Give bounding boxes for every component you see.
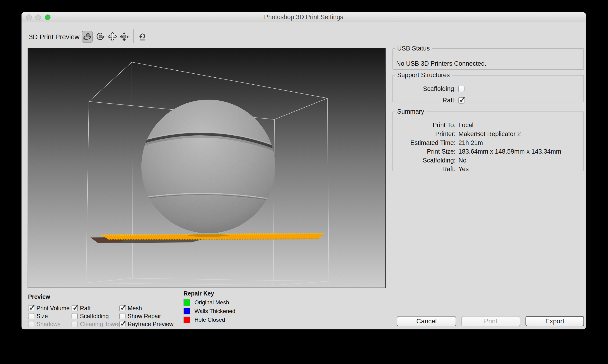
scaffolding-preview-checkbox[interactable] (72, 313, 78, 319)
reset-camera-view-button[interactable] (137, 31, 148, 42)
preview-option-size: Size (28, 313, 70, 319)
summary-row-raft: Raft: Yes (395, 166, 469, 173)
checkbox-label: Shadows (37, 321, 61, 327)
summary-value: 21h 21m (458, 139, 483, 147)
preview-options-column-1: Print Volume Size Shadows (28, 305, 70, 329)
pan-3d-camera-tool-button[interactable] (107, 31, 118, 42)
preview-option-raytrace-preview: Raytrace Preview (119, 321, 173, 327)
preview-option-print-volume: Print Volume (28, 305, 70, 312)
pan-3d-icon (107, 32, 117, 42)
summary-groupbox: Summary Print To: Local Printer: MakerBo… (392, 108, 584, 171)
preview-options-column-3: Mesh Show Repair Raytrace Preview (119, 305, 173, 329)
cleaning-tower-checkbox (72, 321, 78, 327)
repair-key-label: Walls Thickened (194, 308, 235, 314)
original-mesh-swatch (183, 299, 190, 306)
repair-key-label: Hole Closed (194, 317, 225, 323)
checkbox-label: Print Volume (37, 305, 70, 312)
support-structures-legend: Support Structures (395, 72, 452, 79)
slide-3d-camera-tool-button[interactable] (119, 31, 129, 42)
summary-label: Raft: (395, 166, 456, 173)
summary-value: Local (458, 122, 474, 129)
print-button[interactable]: Print (461, 316, 520, 326)
support-structures-groupbox: Support Structures Scaffolding: Raft: (392, 72, 584, 102)
summary-row-estimated-time: Estimated Time: 21h 21m (395, 139, 483, 147)
summary-value: Yes (458, 166, 469, 173)
raft-label: Raft: (442, 97, 456, 104)
scaffolding-field: Scaffolding: (394, 85, 465, 92)
export-button[interactable]: Export (526, 316, 584, 326)
checkbox-label: Show Repair (128, 313, 161, 320)
rotate-3d-icon (82, 32, 92, 41)
preview-option-raft: Raft (72, 305, 120, 312)
preview-options-column-2: Raft Scaffolding Cleaning Tower (72, 305, 120, 329)
checkbox-label: Scaffolding (80, 313, 109, 320)
raft-field: Raft: (394, 97, 465, 104)
print-preview-viewport[interactable] (27, 48, 386, 288)
cancel-button[interactable]: Cancel (397, 316, 456, 326)
toolbar-separator (133, 29, 134, 43)
summary-row-scaffolding: Scaffolding: No (395, 157, 466, 164)
raytrace-preview-checkbox[interactable] (119, 321, 126, 327)
summary-value: No (458, 157, 466, 164)
checkbox-label: Size (37, 313, 48, 320)
roll-3d-icon (96, 32, 105, 41)
preview-options-title: Preview (28, 293, 50, 300)
summary-label: Scaffolding: (395, 157, 456, 164)
summary-value: 183.64mm x 148.59mm x 143.34mm (458, 148, 561, 155)
rotate-3d-camera-tool-button[interactable] (82, 31, 92, 42)
summary-label: Estimated Time: (395, 139, 456, 147)
usb-status-message: No USB 3D Printers Connected. (396, 60, 486, 67)
summary-row-print-size: Print Size: 183.64mm x 148.59mm x 143.34… (395, 148, 561, 155)
preview-option-scaffolding: Scaffolding (72, 313, 120, 319)
checkbox-label: Raytrace Preview (128, 321, 173, 327)
summary-row-printer: Printer: MakerBot Replicator 2 (395, 130, 521, 138)
print-settings-dialog: Photoshop 3D Print Settings 3D Print Pre… (22, 12, 586, 329)
sphere-mesh (142, 100, 275, 233)
window-title: Photoshop 3D Print Settings (22, 12, 586, 22)
usb-status-groupbox: USB Status No USB 3D Printers Connected. (392, 45, 584, 70)
screenshot-stage: Photoshop 3D Print Settings 3D Print Pre… (0, 0, 608, 364)
checkbox-label: Raft (80, 305, 91, 312)
reset-view-icon (138, 32, 147, 41)
preview-mode-label: 3D Print Preview (29, 33, 79, 41)
repair-key-label: Original Mesh (194, 299, 229, 306)
scaffolding-label: Scaffolding: (423, 85, 456, 92)
usb-status-legend: USB Status (395, 45, 432, 52)
summary-label: Print To: (395, 122, 456, 129)
hole-closed-swatch (183, 317, 190, 323)
repair-key-original-mesh: Original Mesh (183, 299, 235, 306)
walls-thickened-swatch (183, 308, 190, 314)
preview-option-mesh: Mesh (119, 305, 173, 312)
print-volume-checkbox[interactable] (28, 305, 34, 312)
checkbox-label: Cleaning Tower (80, 321, 120, 327)
preview-option-show-repair: Show Repair (119, 313, 173, 319)
summary-row-print-to: Print To: Local (395, 122, 474, 129)
summary-label: Printer: (395, 130, 456, 138)
repair-key-walls-thickened: Walls Thickened (183, 308, 235, 314)
shadows-checkbox (28, 321, 34, 327)
preview-option-cleaning-tower: Cleaning Tower (72, 321, 120, 327)
raft-preview-checkbox[interactable] (72, 305, 78, 312)
summary-value: MakerBot Replicator 2 (458, 130, 521, 138)
summary-label: Print Size: (395, 148, 456, 155)
slide-3d-icon (119, 32, 129, 42)
preview-option-shadows: Shadows (28, 321, 70, 327)
scaffolding-checkbox[interactable] (458, 86, 465, 92)
title-bar[interactable]: Photoshop 3D Print Settings (22, 12, 586, 22)
roll-3d-camera-tool-button[interactable] (95, 31, 106, 42)
size-checkbox[interactable] (28, 313, 34, 319)
summary-legend: Summary (395, 108, 427, 115)
repair-key-title: Repair Key (183, 290, 214, 297)
repair-key-hole-closed: Hole Closed (183, 317, 235, 323)
repair-key-list: Original Mesh Walls Thickened Hole Close… (183, 299, 235, 325)
raft-checkbox[interactable] (458, 97, 465, 104)
checkbox-label: Mesh (128, 305, 142, 312)
mesh-checkbox[interactable] (119, 305, 126, 312)
